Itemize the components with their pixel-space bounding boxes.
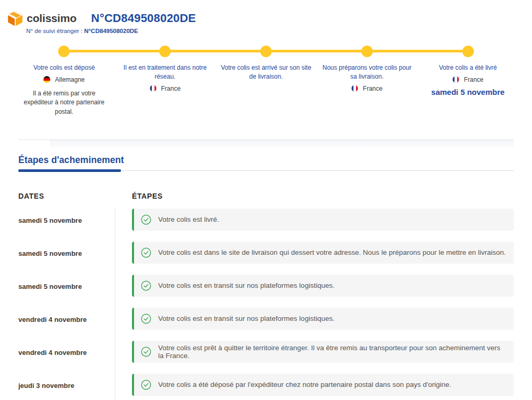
status-text: Votre colis est prêt à quitter le territ…: [158, 344, 506, 360]
section-divider: [18, 139, 514, 140]
timeline-dot-cell: [14, 46, 115, 57]
france-flag-icon: [351, 85, 358, 92]
timeline-dot-cell: [316, 46, 417, 57]
row-date: vendredi 4 novembre: [18, 308, 115, 341]
status-bar: Votre colis est livré.: [132, 209, 514, 231]
row-date: samedi 5 novembre: [18, 209, 115, 242]
brand-name: colissimo: [27, 12, 76, 25]
timeline-dot-4: [361, 46, 373, 57]
row-status-cell: Votre colis est en transit sur nos plate…: [115, 275, 514, 308]
check-circle-icon: [141, 214, 151, 225]
check-circle-icon: [141, 347, 151, 357]
timeline-step-label: Votre colis a été livré: [423, 63, 513, 72]
timeline-dot-cell: [115, 46, 216, 57]
timeline-step-2: Il est en traitement dans notre réseau.F…: [115, 63, 216, 116]
timeline-step-1: Votre colis est déposéAllemagneIl a été …: [14, 63, 115, 116]
row-date: vendredi 4 novembre: [18, 341, 115, 374]
status-text: Votre colis est en transit sur nos plate…: [158, 282, 335, 289]
check-circle-icon: [141, 280, 151, 291]
status-text: Votre colis est dans le site de livraiso…: [158, 248, 506, 256]
steps-column-header: ÉTAPES: [115, 192, 514, 200]
timeline-step-label: Nous préparons votre colis pour sa livra…: [322, 63, 412, 81]
steps-table: DATES ÉTAPES samedi 5 novembreVotre coli…: [18, 192, 514, 400]
timeline-step-label: Il est en traitement dans notre réseau.: [120, 63, 210, 81]
section-title: Étapes d'acheminement: [18, 155, 514, 166]
country-name: France: [363, 85, 382, 92]
timeline-step-label: Votre colis est arrivé sur son site de l…: [221, 63, 312, 81]
timeline-dot-1: [58, 46, 70, 57]
tracking-number: N°CD849508020DE: [91, 12, 196, 25]
status-bar: Votre colis a été déposé par l'expéditeu…: [132, 374, 514, 396]
check-circle-icon: [141, 247, 151, 258]
status-bar: Votre colis est prêt à quitter le territ…: [132, 341, 514, 363]
foreign-tracking-line: N° de suivi étranger : N°CD849508020DE: [26, 28, 532, 34]
row-status-cell: Votre colis est prêt à quitter le territ…: [115, 341, 514, 374]
status-bar: Votre colis est en transit sur nos plate…: [132, 275, 514, 297]
timeline-dot-cell: [417, 46, 518, 57]
check-circle-icon: [141, 380, 151, 390]
timeline-step-3: Votre colis est arrivé sur son site de l…: [216, 63, 317, 116]
title-underline: [18, 170, 514, 171]
germany-flag-icon: [43, 76, 50, 83]
status-text: Votre colis est en transit sur nos plate…: [158, 315, 335, 322]
colissimo-parcel-icon: [7, 10, 23, 26]
timeline-steps-row: Votre colis est déposéAllemagneIl a été …: [14, 63, 518, 116]
status-text: Votre colis a été déposé par l'expéditeu…: [158, 381, 451, 388]
country-row: France: [120, 85, 210, 92]
timeline-step-5: Votre colis a été livréFrancesamedi 5 no…: [417, 63, 518, 116]
delivery-date: samedi 5 novembre: [423, 88, 513, 96]
country-name: France: [464, 76, 483, 83]
row-status-cell: Votre colis est en transit sur nos plate…: [115, 308, 514, 341]
status-text: Votre colis est livré.: [158, 215, 219, 223]
foreign-tracking-label: N° de suivi étranger :: [26, 28, 84, 34]
row-status-cell: Votre colis a été déposé par l'expéditeu…: [115, 374, 514, 400]
page-header: colissimo N°CD849508020DE N° de suivi ét…: [0, 0, 532, 34]
country-name: Allemagne: [55, 76, 85, 83]
status-bar: Votre colis est dans le site de livraiso…: [132, 242, 514, 264]
timeline-dot-3: [260, 46, 272, 57]
timeline-dot-2: [159, 46, 171, 57]
tracking-timeline: Votre colis est déposéAllemagneIl a été …: [14, 46, 518, 116]
timeline-dot-5: [462, 46, 474, 57]
country-row: Allemagne: [19, 76, 109, 83]
foreign-tracking-number: N°CD849508020DE: [84, 28, 138, 34]
timeline-dot-cell: [216, 46, 317, 57]
row-status-cell: Votre colis est dans le site de livraiso…: [115, 242, 514, 275]
row-date: samedi 5 novembre: [18, 242, 115, 275]
timeline-step-note: Il a été remis par votre expéditeur à no…: [19, 89, 109, 116]
timeline-step-4: Nous préparons votre colis pour sa livra…: [316, 63, 417, 116]
check-circle-icon: [141, 313, 151, 324]
row-date: samedi 5 novembre: [18, 275, 115, 308]
steps-table-body: samedi 5 novembreVotre colis est livré.s…: [18, 209, 514, 400]
country-row: France: [423, 76, 513, 83]
row-date: jeudi 3 novembre: [18, 374, 115, 400]
timeline-dots-row: [14, 46, 518, 57]
france-flag-icon: [150, 85, 157, 92]
country-name: France: [161, 85, 181, 92]
france-flag-icon: [452, 76, 459, 83]
timeline-step-label: Votre colis est déposé: [19, 63, 109, 72]
row-status-cell: Votre colis est livré.: [115, 209, 514, 242]
country-row: France: [322, 85, 412, 92]
status-bar: Votre colis est en transit sur nos plate…: [132, 308, 514, 330]
dates-column-header: DATES: [18, 192, 115, 200]
